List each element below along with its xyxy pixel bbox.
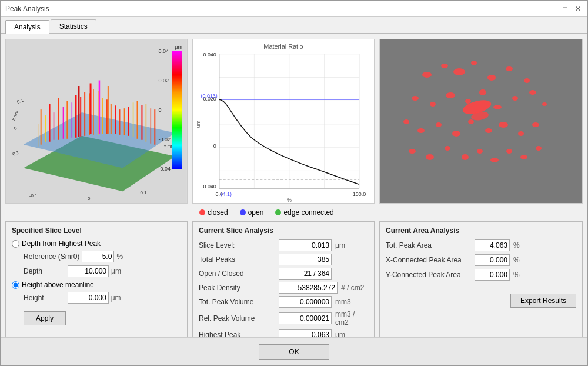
legend-closed: closed (199, 208, 228, 217)
highest-peak-unit: μm (335, 331, 345, 337)
x-connected-row: X-Connected Peak Area 0.000 % (386, 254, 576, 266)
minimize-button[interactable]: ─ (547, 4, 557, 14)
svg-text:100.0: 100.0 (353, 191, 366, 197)
height-input[interactable] (68, 292, 109, 304)
chart-svg: Material Ratio (193, 39, 374, 203)
svg-point-73 (422, 72, 432, 78)
slice-level-section: Specified Slice Level Depth from Highest… (5, 221, 188, 337)
svg-point-92 (452, 131, 460, 137)
reference-unit: % (116, 252, 123, 261)
tot-volume-label: Tot. Peak Volume (199, 298, 275, 306)
x-connected-unit: % (513, 256, 520, 264)
svg-point-96 (518, 131, 524, 136)
image-svg (380, 39, 582, 203)
height-radio-label: Height above meanline (22, 281, 94, 289)
colorbar-labels: 0.04 0.02 0 -0.02 -0.04 (158, 48, 171, 172)
svg-text:-0.1: -0.1 (29, 193, 38, 198)
tot-peak-area-unit: % (513, 241, 520, 249)
open-closed-row: Open / Closed 21 / 364 (199, 268, 368, 280)
height-label: Height (24, 294, 44, 302)
svg-text:0.040: 0.040 (203, 52, 216, 58)
peak-density-label: Peak Density (199, 284, 275, 292)
svg-point-75 (453, 68, 465, 75)
depth-radio-label: Depth from Highest Peak (22, 239, 101, 248)
peak-density-value: 538285.272 (279, 282, 338, 294)
window-controls: ─ □ ✕ (547, 4, 583, 14)
slice-level-row: Slice Level: 0.013 μm (199, 239, 368, 251)
slice-analysis-section: Current Slice Analysis Slice Level: 0.01… (192, 221, 375, 337)
tab-analysis[interactable]: Analysis (5, 20, 49, 34)
height-radio-row: Height above meanline (12, 281, 181, 289)
svg-point-86 (512, 96, 518, 101)
depth-fields: Reference (Smr0) % Depth μm (12, 251, 181, 277)
svg-point-83 (465, 99, 471, 104)
svg-point-94 (485, 128, 492, 133)
svg-point-104 (506, 149, 512, 154)
y-connected-unit: % (513, 271, 520, 279)
open-closed-label: Open / Closed (199, 269, 275, 278)
tab-statistics[interactable]: Statistics (51, 19, 96, 33)
svg-text:Material Ratio: Material Ratio (263, 43, 303, 50)
svg-point-89 (403, 119, 409, 124)
legend-edge: edge connected (275, 208, 333, 217)
close-button[interactable]: ✕ (573, 4, 583, 14)
svg-point-103 (490, 158, 499, 162)
legend-bar: closed open edge connected (5, 208, 583, 217)
title-bar: Peak Analysis ─ □ ✕ (1, 1, 587, 17)
top-panels: -0.1 0 0.1 -0.1 0 0.1 Y mm X mm μm 0.04 … (5, 39, 583, 204)
svg-text:0: 0 (88, 196, 91, 201)
svg-point-90 (417, 128, 425, 133)
rel-volume-row: Rel. Peak Volume 0.000021 mm3 / cm2 (199, 310, 368, 327)
height-row: Height μm (24, 292, 181, 304)
height-unit: μm (111, 294, 121, 302)
highest-peak-row: Highest Peak 0.063 μm (199, 329, 368, 337)
export-results-button[interactable]: Export Results (510, 294, 576, 308)
svg-text:(4.1): (4.1) (221, 191, 232, 197)
peak-density-row: Peak Density 538285.272 # / cm2 (199, 282, 368, 294)
colorbar (172, 51, 182, 169)
tot-volume-unit: mm3 (335, 298, 351, 306)
main-content: -0.1 0 0.1 -0.1 0 0.1 Y mm X mm μm 0.04 … (1, 34, 587, 337)
svg-point-100 (445, 146, 450, 151)
svg-point-78 (506, 66, 513, 71)
total-peaks-row: Total Peaks 385 (199, 254, 368, 265)
rel-volume-value: 0.000021 (279, 312, 332, 324)
legend-open-label: open (248, 208, 264, 217)
svg-point-91 (436, 122, 442, 127)
total-peaks-label: Total Peaks (199, 255, 275, 264)
ok-button[interactable]: OK (259, 344, 329, 360)
svg-point-101 (462, 154, 469, 160)
tot-volume-value: 0.000000 (279, 296, 332, 308)
svg-point-102 (477, 149, 483, 154)
depth-input[interactable] (68, 265, 109, 277)
area-analysis-section: Current Area Analysis Tot. Peak Area 4.0… (379, 221, 583, 337)
reference-row: Reference (Smr0) % (24, 251, 181, 262)
height-radio[interactable] (12, 281, 19, 289)
depth-label: Depth (24, 267, 42, 275)
maximize-button[interactable]: □ (560, 4, 570, 14)
svg-point-99 (426, 154, 434, 160)
legend-closed-dot (199, 209, 205, 215)
svg-point-80 (412, 96, 419, 101)
rel-volume-unit: mm3 / cm2 (335, 310, 368, 327)
reference-input[interactable] (82, 251, 114, 262)
svg-text:%: % (287, 197, 292, 203)
apply-button[interactable]: Apply (24, 311, 66, 325)
slice-level-unit: μm (335, 241, 345, 249)
depth-radio[interactable] (12, 240, 19, 248)
tot-peak-area-value: 4.063 (475, 239, 510, 251)
bottom-panels: Specified Slice Level Depth from Highest… (5, 221, 583, 337)
x-connected-label: X-Connected Peak Area (386, 256, 471, 264)
svg-text:um: um (195, 121, 201, 128)
svg-point-79 (524, 78, 530, 83)
svg-text:0.1: 0.1 (140, 190, 147, 195)
legend-open-dot (240, 209, 246, 215)
svg-point-74 (441, 64, 448, 68)
window-title: Peak Analysis (5, 5, 49, 13)
svg-point-105 (520, 155, 527, 159)
reference-label: Reference (Smr0) (24, 252, 79, 261)
main-window: Peak Analysis ─ □ ✕ Analysis Statistics (0, 0, 588, 366)
svg-point-76 (471, 61, 477, 65)
svg-rect-43 (193, 39, 374, 203)
y-connected-row: Y-Connected Peak Area 0.000 % (386, 269, 576, 281)
